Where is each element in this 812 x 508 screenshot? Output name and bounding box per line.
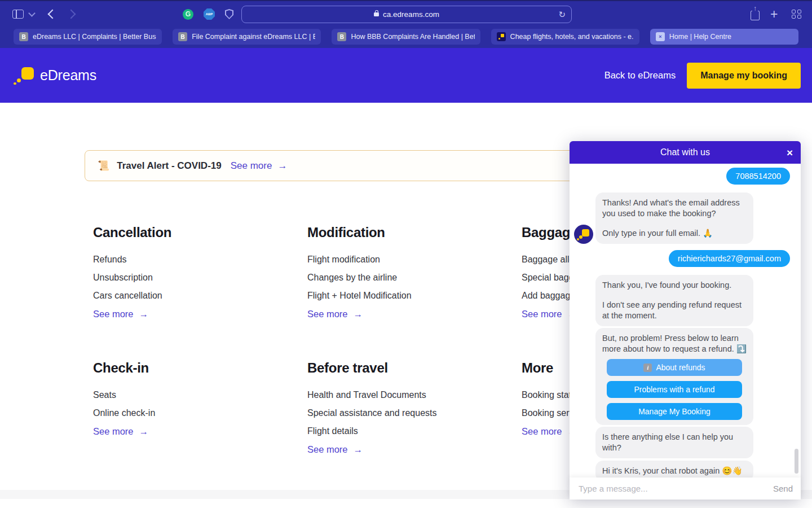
chat-message-list[interactable]: 7088514200 Thanks! And what's the email … — [570, 164, 801, 478]
chat-message-bot: Is there anything else I can help you wi… — [595, 427, 753, 458]
manage-my-booking-button[interactable]: Manage my booking — [687, 63, 801, 89]
arrow-right-icon: → — [139, 426, 149, 436]
bot-avatar — [574, 225, 593, 244]
chat-scrollbar-thumb[interactable] — [795, 449, 798, 474]
category-title: Modification — [307, 225, 522, 240]
link-cars-cancellation[interactable]: Cars cancellation — [93, 287, 307, 305]
category-modification: Modification Flight modification Changes… — [307, 225, 522, 360]
edreams-logo-icon — [14, 66, 35, 85]
shield-extension-icon[interactable] — [225, 0, 233, 28]
chat-widget: Chat with us × 7088514200 Thanks! And wh… — [570, 141, 801, 500]
arrow-right-icon: → — [354, 309, 363, 319]
category-check-in: Check-in Seats Online check-in See more→ — [93, 360, 307, 496]
tab-bar: B eDreams LLC | Complaints | Better Busi… — [0, 28, 812, 48]
chat-message-bot: Thank you, I've found your booking. I do… — [595, 275, 753, 326]
category-title: Before travel — [307, 360, 522, 376]
see-more-link[interactable]: See more→ — [307, 305, 522, 323]
adblock-extension-icon[interactable]: ABP — [204, 0, 215, 28]
tab-bbb-complaints[interactable]: B eDreams LLC | Complaints | Better Busi… — [14, 29, 162, 45]
chat-message-user: richierichards27@gmail.com — [669, 250, 790, 267]
chevron-down-icon[interactable] — [29, 0, 34, 28]
reload-icon[interactable]: ↻ — [558, 10, 566, 20]
about-refunds-button[interactable]: i About refunds — [607, 359, 742, 376]
new-tab-icon[interactable]: + — [770, 0, 778, 28]
see-more-link[interactable]: See more→ — [307, 440, 522, 458]
share-icon[interactable] — [751, 0, 760, 28]
sidebar-icon[interactable] — [12, 0, 24, 28]
tab-how-complaints-handled[interactable]: B How BBB Complaints Are Handled | Bet..… — [332, 29, 480, 45]
chat-message-bot-quick-replies: But, no problem! Press below to learn mo… — [595, 328, 753, 425]
link-special-assistance[interactable]: Special assistance and requests — [307, 404, 522, 422]
chat-header[interactable]: Chat with us × — [570, 141, 801, 164]
chat-message-input[interactable] — [577, 483, 773, 494]
back-to-edreams-link[interactable]: Back to eDreams — [604, 70, 676, 81]
browser-titlebar: G ABP ca.edreams.com ↻ + — [0, 0, 812, 28]
link-online-check-in[interactable]: Online check-in — [93, 404, 307, 422]
category-cancellation: Cancellation Refunds Unsubscription Cars… — [93, 225, 307, 360]
problems-with-refund-button[interactable]: Problems with a refund — [607, 381, 742, 398]
chat-message-bot: Thanks! And what's the email address you… — [595, 192, 753, 244]
forward-icon[interactable] — [68, 0, 74, 28]
url-text: ca.edreams.com — [383, 10, 439, 19]
chat-message-user: 7088514200 — [726, 168, 790, 185]
edreams-favicon — [497, 32, 506, 41]
category-title: Cancellation — [93, 225, 307, 240]
arrow-right-icon: → — [277, 160, 287, 171]
link-health-travel-documents[interactable]: Health and Travel Documents — [307, 386, 522, 404]
tab-overview-icon[interactable] — [792, 0, 801, 28]
category-before-travel: Before travel Health and Travel Document… — [307, 360, 522, 496]
grammarly-extension-icon[interactable]: G — [183, 0, 193, 28]
lock-icon — [374, 12, 379, 16]
category-title: Check-in — [93, 360, 307, 376]
close-icon[interactable]: × — [787, 147, 793, 158]
arrow-right-icon: → — [354, 444, 363, 454]
scroll-icon: 📜 — [98, 160, 109, 172]
info-icon: i — [643, 364, 652, 372]
bbb-favicon: B — [178, 32, 187, 41]
tab-edreams-home[interactable]: Cheap flights, hotels, and vacations - e… — [491, 29, 639, 45]
chat-input-bar: Send — [570, 478, 801, 500]
send-button[interactable]: Send — [773, 484, 793, 493]
edreams-logo[interactable]: eDreams — [14, 66, 96, 85]
tab-file-complaint[interactable]: B File Complaint against eDreams LLC | B… — [173, 29, 321, 45]
see-more-link[interactable]: See more→ — [93, 422, 307, 440]
url-bar[interactable]: ca.edreams.com ↻ — [241, 6, 572, 23]
chat-message-bot: Hi it's Kris, your chat robot again 😊👋 — [595, 461, 753, 478]
link-flight-hotel-modification[interactable]: Flight + Hotel Modification — [307, 287, 522, 305]
edreams-logo-text: eDreams — [40, 67, 96, 84]
travel-alert-see-more-link[interactable]: See more→ — [231, 160, 288, 172]
link-flight-modification[interactable]: Flight modification — [307, 251, 522, 269]
link-flight-details[interactable]: Flight details — [307, 422, 522, 440]
link-seats[interactable]: Seats — [93, 386, 307, 404]
see-more-link[interactable]: See more→ — [93, 305, 307, 323]
browser-window: G ABP ca.edreams.com ↻ + B eDreams LLC |… — [0, 0, 812, 508]
manage-my-booking-chat-button[interactable]: Manage My Booking — [607, 403, 742, 420]
link-changes-by-airline[interactable]: Changes by the airline — [307, 269, 522, 287]
bbb-favicon: B — [19, 32, 28, 41]
help-centre-favicon: × — [656, 32, 665, 41]
arrow-right-icon: → — [139, 309, 149, 319]
link-unsubscription[interactable]: Unsubscription — [93, 269, 307, 287]
travel-alert-title: Travel Alert - COVID-19 — [117, 160, 222, 172]
chat-title: Chat with us — [660, 147, 710, 157]
site-header: eDreams Back to eDreams Manage my bookin… — [0, 48, 812, 103]
link-refunds[interactable]: Refunds — [93, 251, 307, 269]
tab-help-centre-active[interactable]: × Home | Help Centre — [650, 29, 798, 45]
bbb-favicon: B — [337, 32, 346, 41]
back-icon[interactable] — [49, 0, 56, 28]
